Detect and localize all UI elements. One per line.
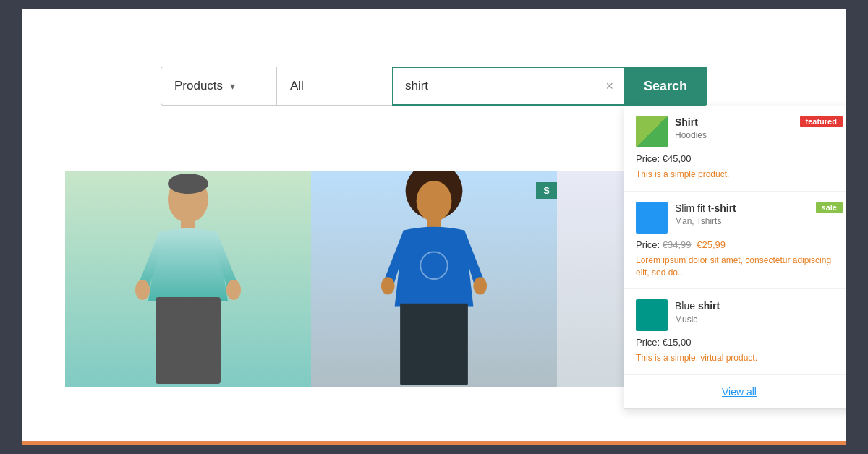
item-category: Hoodies (675, 130, 793, 140)
search-input[interactable] (392, 67, 624, 106)
view-all-row: View all (624, 375, 846, 408)
search-dropdown: Shirt Hoodies featured Price: €45,00 Thi… (624, 106, 846, 409)
product-image (362, 171, 506, 387)
filter-label: All (290, 79, 304, 93)
filter-dropdown[interactable]: All (276, 67, 392, 106)
item-info: Blue shirt Music (675, 299, 843, 324)
search-button-label: Search (644, 79, 687, 93)
item-name: Slim fit t-shirt (675, 202, 809, 215)
content-area: Products ▾ All × (22, 9, 846, 445)
item-category: Man, Tshirts (675, 216, 809, 226)
svg-point-9 (381, 277, 395, 294)
list-item[interactable]: Slim fit t-shirt Man, Tshirts sale Price… (624, 192, 846, 290)
product-thumbnail (636, 202, 668, 234)
list-item[interactable]: Blue shirt Music Price: €15,00 This is a… (624, 289, 846, 375)
item-price: Price: €15,00 (636, 337, 843, 348)
item-desc: Lorem ipsum dolor sit amet, consectetur … (636, 254, 843, 279)
category-dropdown[interactable]: Products ▾ (161, 67, 276, 106)
svg-point-7 (417, 181, 452, 221)
search-input-wrapper: × Shirt Hoodies featured (392, 67, 624, 106)
view-all-link[interactable]: View all (722, 386, 757, 398)
search-bar-row: Products ▾ All × (65, 67, 803, 106)
item-name: Blue shirt (675, 299, 843, 312)
item-info: Slim fit t-shirt Man, Tshirts (675, 202, 809, 226)
product-card[interactable] (65, 171, 311, 387)
page-wrapper: Products ▾ All × (22, 9, 846, 445)
item-desc: This is a simple product. (636, 168, 843, 181)
item-price: Price: €45,00 (636, 153, 843, 164)
list-item[interactable]: Shirt Hoodies featured Price: €45,00 Thi… (624, 106, 846, 192)
price-old: €34,99 (663, 239, 692, 250)
bottom-accent-bar (22, 441, 846, 445)
search-button[interactable]: Search (624, 67, 707, 106)
product-thumbnail (636, 116, 668, 147)
svg-rect-11 (400, 304, 468, 385)
status-badge: featured (800, 116, 843, 127)
clear-icon: × (605, 79, 613, 93)
item-name: Shirt (675, 116, 793, 129)
product-thumbnail (636, 299, 668, 331)
product-card[interactable]: S (311, 171, 557, 387)
status-badge: S (536, 182, 557, 199)
svg-point-3 (226, 280, 241, 300)
item-category: Music (675, 314, 843, 325)
svg-point-2 (135, 280, 150, 300)
svg-point-10 (473, 277, 487, 294)
price-new: €25,99 (697, 239, 726, 250)
item-top-row: Shirt Hoodies featured (636, 116, 843, 147)
item-desc: This is a simple, virtual product. (636, 352, 843, 364)
item-price: Price: €34,99 €25,99 (636, 239, 843, 250)
product-image (116, 171, 260, 387)
clear-button[interactable]: × (603, 77, 616, 95)
item-top-row: Blue shirt Music (636, 299, 843, 331)
status-badge: sale (816, 202, 843, 213)
item-info: Shirt Hoodies (675, 116, 793, 140)
svg-rect-4 (156, 297, 221, 384)
category-chevron-icon: ▾ (230, 80, 235, 92)
svg-point-5 (168, 174, 208, 194)
item-top-row: Slim fit t-shirt Man, Tshirts sale (636, 202, 843, 234)
category-label: Products (174, 79, 223, 93)
